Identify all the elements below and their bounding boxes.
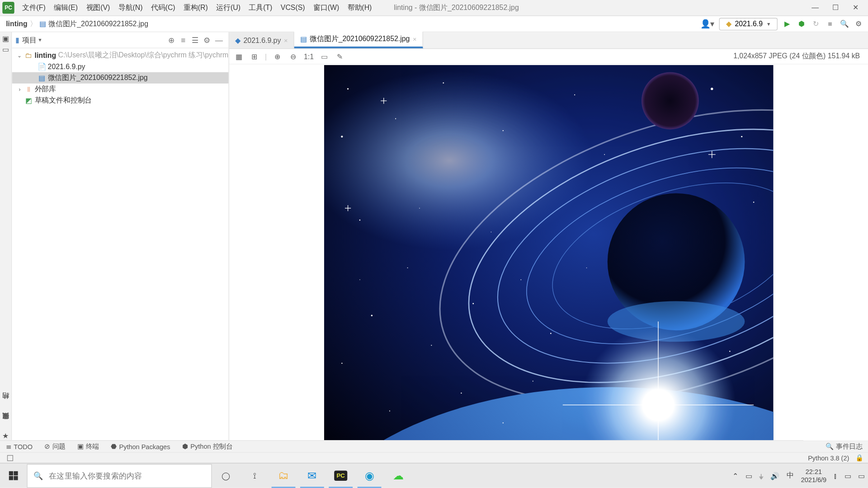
- menu-navigate[interactable]: 导航(N): [114, 3, 147, 13]
- search-everywhere-icon[interactable]: 🔍: [840, 19, 849, 28]
- tree-external-libs[interactable]: › ⫴ 外部库: [12, 84, 228, 95]
- cortana-button[interactable]: ⟟: [241, 463, 269, 488]
- notifications-icon[interactable]: ▭: [858, 471, 865, 479]
- svg-point-39: [503, 422, 504, 423]
- project-folder-icon: ▮: [15, 36, 19, 44]
- image-toolbar: ▦ ⊞ | ⊕ ⊖ 1:1 ▭ ✎ 1,024x857 JPEG (24 位颜色…: [229, 49, 868, 64]
- lock-icon[interactable]: 🔒: [855, 454, 863, 462]
- window-title: linting - 微信图片_20210609221852.jpg: [376, 3, 803, 13]
- tray-app1-icon[interactable]: ⫿: [834, 471, 837, 479]
- breadcrumb-root[interactable]: linting: [6, 20, 28, 28]
- image-viewer[interactable]: [229, 65, 868, 441]
- user-icon[interactable]: 👤▾: [700, 19, 715, 28]
- zoom-out-icon[interactable]: ⊖: [288, 52, 298, 61]
- menu-file[interactable]: 文件(F): [18, 3, 50, 13]
- color-picker-icon[interactable]: ✎: [335, 52, 344, 61]
- favorites-icon[interactable]: ★: [2, 432, 9, 440]
- file-tool-icon[interactable]: ▭: [2, 45, 9, 53]
- todo-tool[interactable]: ≣TODO: [0, 442, 38, 450]
- project-panel-title[interactable]: 项目: [22, 35, 37, 45]
- project-tool-icon[interactable]: ▣: [2, 35, 9, 43]
- taskbar-wechat[interactable]: ☁: [384, 463, 412, 488]
- minimize-button[interactable]: —: [811, 4, 819, 12]
- task-view-button[interactable]: ◯: [212, 463, 241, 488]
- taskbar-pycharm[interactable]: PC: [326, 463, 355, 488]
- nav-row: linting 〉 ▤ 微信图片_20210609221852.jpg 👤▾ ◆…: [0, 16, 868, 33]
- run-with-coverage-button[interactable]: ↻: [811, 19, 821, 28]
- stop-button[interactable]: ■: [826, 19, 835, 28]
- toggle-transparency-icon[interactable]: ▦: [234, 52, 243, 61]
- toggle-grid-icon[interactable]: ⊞: [250, 52, 259, 61]
- taskbar-search[interactable]: 🔍 在这里输入你要搜索的内容: [27, 464, 212, 488]
- image-info-label: 1,024x857 JPEG (24 位颜色) 151.94 kB: [733, 52, 863, 61]
- tree-file-image[interactable]: ▤ 微信图片_20210609221852.jpg: [12, 72, 228, 84]
- close-icon[interactable]: ×: [413, 36, 416, 43]
- svg-point-17: [503, 130, 504, 131]
- menu-tools[interactable]: 工具(T): [245, 3, 276, 13]
- run-button[interactable]: ▶: [783, 19, 792, 28]
- tool-settings-icon[interactable]: ⚙: [201, 36, 213, 45]
- tab-python-file[interactable]: ◆ 2021.6.9.py ×: [229, 32, 294, 48]
- locate-icon[interactable]: ⊕: [165, 36, 177, 45]
- collapse-all-icon[interactable]: ☰: [189, 36, 201, 45]
- zoom-fit-icon[interactable]: ▭: [319, 52, 329, 61]
- event-log-tool[interactable]: 🔍事件日志: [826, 442, 868, 451]
- settings-icon[interactable]: ⚙: [854, 19, 863, 28]
- image-file-icon: ▤: [300, 35, 307, 43]
- svg-point-22: [431, 345, 432, 346]
- svg-point-14: [347, 88, 349, 89]
- python-console-tool[interactable]: ⬢Python 控制台: [176, 442, 239, 451]
- menu-help[interactable]: 帮助(H): [343, 3, 376, 13]
- zoom-actual-icon[interactable]: 1:1: [304, 52, 313, 61]
- taskbar-mail[interactable]: ✉: [298, 463, 326, 488]
- tray-chevron-icon[interactable]: ⌃: [732, 471, 738, 479]
- svg-point-38: [533, 381, 533, 382]
- start-button[interactable]: [0, 463, 26, 488]
- battery-icon[interactable]: ▭: [745, 471, 752, 479]
- taskbar-clock[interactable]: 22:21 2021/6/9: [801, 468, 827, 483]
- breadcrumb-file[interactable]: 微信图片_20210609221852.jpg: [48, 19, 148, 29]
- svg-point-28: [711, 88, 713, 90]
- expand-all-icon[interactable]: ≡: [177, 36, 189, 45]
- volume-icon[interactable]: 🔊: [770, 471, 779, 479]
- menu-vcs[interactable]: VCS(S): [277, 4, 309, 12]
- tree-root-node[interactable]: ⌄ 🗀 linting C:\Users\晨曦之泪\Desktop\综合\pyc…: [12, 50, 228, 61]
- breadcrumb: linting 〉 ▤ 微信图片_20210609221852.jpg: [0, 19, 148, 29]
- favorites-tool-label[interactable]: 收藏夹: [1, 420, 10, 429]
- tray-app2-icon[interactable]: ▭: [844, 471, 851, 479]
- python-packages-tool[interactable]: ⬣Python Packages: [105, 442, 176, 450]
- wifi-icon[interactable]: ⏚: [759, 471, 763, 479]
- run-config-selector[interactable]: ◆ 2021.6.9 ▼: [719, 18, 778, 30]
- menu-edit[interactable]: 编辑(E): [50, 3, 82, 13]
- structure-icon[interactable]: ▤: [2, 412, 9, 420]
- interpreter-label[interactable]: Python 3.8 (2): [808, 454, 849, 461]
- svg-point-40: [586, 267, 587, 268]
- close-button[interactable]: ✕: [852, 4, 860, 12]
- menu-window[interactable]: 窗口(W): [309, 3, 344, 13]
- debug-button[interactable]: ⬢: [797, 19, 806, 28]
- taskbar-edge[interactable]: ◉: [355, 463, 383, 488]
- svg-point-32: [574, 94, 575, 95]
- file-icon: ▤: [39, 20, 46, 28]
- svg-point-30: [753, 202, 754, 202]
- menu-run[interactable]: 运行(U): [212, 3, 245, 13]
- tree-file-py[interactable]: 📄 2021.6.9.py: [12, 61, 228, 72]
- maximize-button[interactable]: ☐: [831, 4, 840, 12]
- structure-tool-label[interactable]: 结构: [1, 399, 10, 409]
- zoom-in-icon[interactable]: ⊕: [273, 52, 282, 61]
- close-icon[interactable]: ×: [284, 37, 288, 44]
- menu-view[interactable]: 视图(V): [82, 3, 114, 13]
- menu-refactor[interactable]: 重构(R): [179, 3, 212, 13]
- svg-point-25: [550, 333, 552, 334]
- taskbar-explorer[interactable]: 🗂: [269, 463, 297, 488]
- tab-image-file[interactable]: ▤ 微信图片_20210609221852.jpg ×: [294, 32, 423, 48]
- svg-point-37: [359, 279, 360, 280]
- tree-scratches[interactable]: ◩ 草稿文件和控制台: [12, 95, 228, 106]
- ime-indicator[interactable]: 中: [787, 470, 794, 480]
- problems-tool[interactable]: ⊘问题: [38, 442, 71, 451]
- status-toggle-icon[interactable]: [7, 455, 13, 461]
- terminal-tool[interactable]: ▣终端: [71, 442, 105, 451]
- svg-point-15: [395, 118, 396, 119]
- hide-panel-icon[interactable]: —: [213, 36, 225, 45]
- menu-code[interactable]: 代码(C): [147, 3, 179, 13]
